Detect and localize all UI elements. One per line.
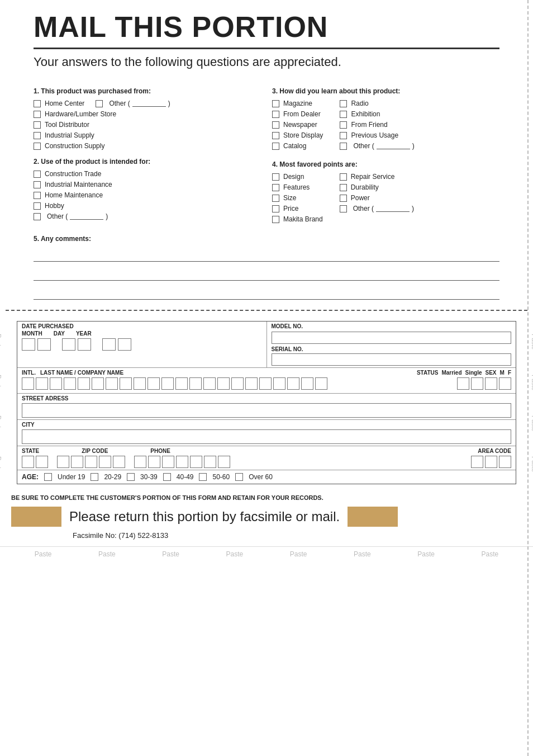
phone-box[interactable] [204, 456, 216, 468]
phone-box[interactable] [218, 456, 230, 468]
q3-radio[interactable]: Radio [340, 100, 414, 107]
q4-size[interactable]: Size [272, 194, 323, 202]
phone-box[interactable] [176, 456, 188, 468]
name-box[interactable] [315, 377, 327, 390]
sex-m-box[interactable] [485, 377, 497, 390]
name-box[interactable] [78, 377, 90, 390]
q2-hobby[interactable]: Hobby [34, 202, 261, 210]
state-box-2[interactable] [36, 456, 48, 468]
name-box[interactable] [64, 377, 76, 390]
q4-price[interactable]: Price [272, 205, 323, 212]
year-box-1[interactable] [102, 338, 116, 351]
name-box[interactable] [175, 377, 188, 390]
age-check-under19[interactable] [44, 473, 52, 481]
name-box[interactable] [147, 377, 160, 390]
name-box[interactable] [36, 377, 48, 390]
q3-exhibition[interactable]: Exhibition [340, 110, 414, 118]
street-input[interactable] [22, 403, 511, 418]
name-box[interactable] [134, 377, 146, 390]
q2-home[interactable]: Home Maintenance [34, 191, 261, 199]
checkbox-q1-other[interactable] [96, 100, 103, 107]
name-box[interactable] [217, 377, 230, 390]
phone-box[interactable] [134, 456, 146, 468]
model-no-input[interactable] [272, 332, 512, 344]
q4-repair[interactable]: Repair Service [340, 173, 414, 181]
name-box[interactable] [259, 377, 272, 390]
age-check-40-49[interactable] [163, 473, 171, 481]
phone-box[interactable] [162, 456, 174, 468]
name-box[interactable] [161, 377, 174, 390]
q4-design[interactable]: Design [272, 173, 323, 181]
age-check-50-60[interactable] [199, 473, 207, 481]
q4-durability[interactable]: Durability [340, 183, 414, 191]
q3-catalog[interactable]: Catalog [272, 142, 323, 150]
q1-option-other[interactable]: Other ( ) [96, 100, 170, 107]
q3-store[interactable]: Store Display [272, 131, 323, 139]
q3-magazine[interactable]: Magazine [272, 100, 323, 107]
subtitle: Your answers to the following questions … [34, 55, 499, 69]
area-code-box[interactable] [471, 456, 483, 468]
name-box[interactable] [231, 377, 244, 390]
q3-friend[interactable]: From Friend [340, 121, 414, 129]
q3-newspaper[interactable]: Newspaper [272, 121, 323, 129]
year-box-2[interactable] [118, 338, 131, 351]
side-paste-right-3: Paste [531, 415, 533, 431]
q1-option-industrial[interactable]: Industrial Supply [34, 131, 261, 139]
status-single-box[interactable] [471, 377, 483, 390]
q4-makita[interactable]: Makita Brand [272, 215, 323, 223]
area-code-box[interactable] [499, 456, 511, 468]
orange-decoration-left [11, 507, 61, 527]
name-label: LAST NAME / COMPANY NAME [40, 370, 123, 376]
status-label: STATUS [417, 370, 439, 376]
q1-option-tool[interactable]: Tool Distributor [34, 121, 261, 129]
state-box-1[interactable] [22, 456, 34, 468]
q1-option-hardware[interactable]: Hardware/Lumber Store [34, 110, 261, 118]
day-box-2[interactable] [78, 338, 91, 351]
status-married-box[interactable] [457, 377, 469, 390]
q1-option-construction[interactable]: Construction Supply [34, 142, 261, 150]
q2-construction[interactable]: Construction Trade [34, 170, 261, 178]
q1-option-home-center[interactable]: Home Center [34, 100, 84, 107]
name-box[interactable] [301, 377, 313, 390]
name-box[interactable] [50, 377, 62, 390]
q4-features[interactable]: Features [272, 183, 323, 191]
area-code-box[interactable] [485, 456, 497, 468]
age-check-20-29[interactable] [91, 473, 98, 481]
name-box[interactable] [120, 377, 132, 390]
age-check-over60[interactable] [235, 473, 243, 481]
q4-power[interactable]: Power [340, 194, 414, 202]
q3-dealer[interactable]: From Dealer [272, 110, 323, 118]
zip-box[interactable] [113, 456, 125, 468]
q2-other[interactable]: Other ( ) [34, 212, 108, 220]
checkbox-home-center[interactable] [34, 100, 41, 107]
q3-other[interactable]: Other ( ) [340, 142, 414, 150]
zip-box[interactable] [57, 456, 69, 468]
name-box[interactable] [203, 377, 216, 390]
side-paste-left-3: Paste [0, 415, 2, 431]
q4-other[interactable]: Other ( ) [340, 205, 414, 212]
q3-previous[interactable]: Previous Usage [340, 131, 414, 139]
age-check-30-39[interactable] [127, 473, 135, 481]
name-box[interactable] [106, 377, 118, 390]
month-box-2[interactable] [37, 338, 51, 351]
serial-no-input[interactable] [272, 353, 512, 366]
name-box[interactable] [287, 377, 299, 390]
phone-box[interactable] [190, 456, 202, 468]
q2-industrial[interactable]: Industrial Maintenance [34, 181, 261, 188]
zip-box[interactable] [71, 456, 83, 468]
sex-f-box[interactable] [499, 377, 511, 390]
name-box[interactable] [273, 377, 285, 390]
zip-box[interactable] [99, 456, 111, 468]
name-box[interactable] [245, 377, 258, 390]
city-input[interactable] [22, 429, 511, 444]
zip-box[interactable] [85, 456, 97, 468]
month-box-1[interactable] [22, 338, 35, 351]
name-box[interactable] [92, 377, 104, 390]
zip-label: ZIP CODE [82, 448, 108, 454]
name-box[interactable] [189, 377, 202, 390]
phone-box[interactable] [148, 456, 160, 468]
day-box-1[interactable] [62, 338, 75, 351]
name-box[interactable] [22, 377, 34, 390]
age-20-29: 20-29 [104, 473, 121, 481]
q3-title: 3. How did you learn about this product: [272, 87, 499, 95]
